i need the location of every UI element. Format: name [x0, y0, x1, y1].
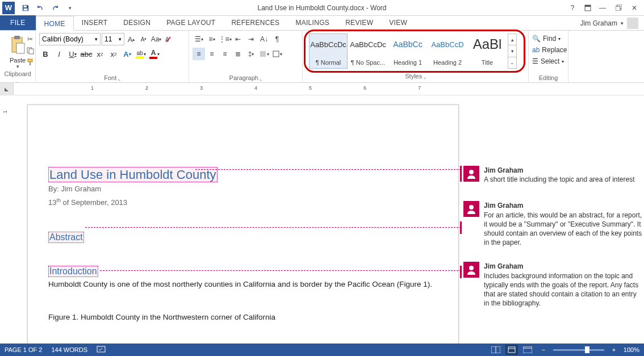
zoom-out-icon[interactable]: − — [537, 345, 550, 355]
clear-formatting-icon[interactable]: A — [163, 33, 174, 45]
grow-font-icon[interactable]: A▴ — [126, 33, 137, 45]
decrease-indent-icon[interactable]: ⇤ — [232, 33, 244, 45]
close-icon[interactable]: ✕ — [627, 2, 642, 14]
heading-introduction[interactable]: Introduction — [48, 266, 98, 277]
vertical-ruler[interactable]: 1 — [0, 97, 14, 344]
svg-rect-18 — [260, 51, 266, 57]
style-title[interactable]: AaBlTitle — [468, 33, 507, 69]
tab-page-layout[interactable]: PAGE LAYOUT — [158, 15, 223, 30]
signed-in-user[interactable]: Jim Graham▾ — [580, 18, 638, 29]
status-proofing-icon[interactable] — [97, 345, 106, 354]
undo-icon[interactable] — [34, 2, 47, 14]
user-name-label: Jim Graham — [580, 19, 617, 27]
svg-rect-11 — [14, 36, 20, 39]
save-icon[interactable] — [19, 2, 32, 14]
doc-title[interactable]: Land Use in Humboldt County — [48, 167, 218, 182]
style-normal[interactable]: AaBbCcDc¶ Normal — [309, 33, 348, 69]
justify-icon[interactable]: ≣ — [232, 48, 244, 60]
increase-indent-icon[interactable]: ⇥ — [245, 33, 257, 45]
tab-references[interactable]: REFERENCES — [223, 15, 287, 30]
page[interactable]: Land Use in Humboldt County By: Jim Grah… — [27, 104, 459, 344]
comment-leader-3 — [100, 270, 461, 271]
comment-1[interactable]: Jim GrahamA short title including the to… — [463, 166, 643, 184]
title-bar: W ▾ Land Use in Humboldt County.docx - W… — [0, 0, 644, 16]
cut-icon[interactable]: ✂ — [25, 34, 35, 44]
replace-button[interactable]: abReplace — [532, 44, 564, 56]
figure-caption[interactable]: Figure 1. Humboldt County in the Northwe… — [48, 313, 438, 321]
doc-byline[interactable]: By: Jim Graham — [48, 185, 438, 193]
group-font: Calibri (Body)▾ 11▾ A▴ A▾ Aa▾ A B I U▾ a… — [36, 31, 189, 82]
web-layout-icon[interactable] — [521, 345, 534, 355]
font-color-icon[interactable]: A▾ — [148, 48, 161, 60]
highlight-color-icon[interactable]: ab▾ — [135, 48, 147, 60]
svg-rect-9 — [616, 6, 620, 11]
tab-file[interactable]: FILE — [0, 15, 36, 30]
minimize-icon[interactable]: — — [595, 2, 610, 14]
paste-label: Paste — [10, 57, 26, 64]
align-right-icon[interactable]: ≡ — [219, 48, 231, 60]
styles-scroll[interactable]: ▴▾⌄ — [508, 33, 517, 69]
styles-row-up-icon[interactable]: ▴ — [508, 34, 516, 45]
print-layout-icon[interactable] — [505, 345, 518, 355]
styles-more-icon[interactable]: ⌄ — [508, 57, 516, 68]
strikethrough-button[interactable]: abc — [80, 48, 93, 60]
copy-icon[interactable] — [25, 45, 35, 56]
font-name-combo[interactable]: Calibri (Body)▾ — [39, 33, 101, 45]
zoom-in-icon[interactable]: + — [608, 345, 620, 355]
bold-button[interactable]: B — [39, 48, 52, 60]
body-paragraph[interactable]: Humboldt County is one of the most north… — [48, 279, 438, 290]
qat-customize-icon[interactable]: ▾ — [64, 2, 76, 14]
zoom-slider[interactable] — [553, 349, 604, 351]
text-effects-icon[interactable]: A▾ — [121, 48, 133, 60]
read-mode-icon[interactable] — [490, 345, 502, 355]
style-heading-1[interactable]: AaBbCcHeading 1 — [388, 33, 427, 69]
ribbon-display-options-icon[interactable] — [582, 2, 594, 14]
sort-icon[interactable]: A↓ — [258, 33, 270, 45]
style-no-spacing[interactable]: AaBbCcDc¶ No Spac... — [349, 33, 387, 69]
change-case-icon[interactable]: Aa▾ — [150, 33, 162, 45]
find-button[interactable]: 🔍Find▾ — [532, 33, 564, 44]
tab-home[interactable]: HOME — [36, 16, 74, 31]
format-painter-icon[interactable] — [25, 57, 35, 67]
underline-button[interactable]: U▾ — [66, 48, 79, 60]
redo-icon[interactable] — [49, 2, 61, 14]
zoom-thumb[interactable] — [585, 346, 589, 353]
bullets-icon[interactable]: ☰▾ — [193, 33, 205, 45]
align-center-icon[interactable]: ≡ — [206, 48, 218, 60]
tab-insert[interactable]: INSERT — [74, 15, 116, 30]
multilevel-list-icon[interactable]: ⋮≡▾ — [219, 33, 231, 45]
superscript-button[interactable]: x2 — [107, 48, 120, 60]
status-words[interactable]: 144 WORDS — [51, 346, 87, 353]
style-heading-2[interactable]: AaBbCcDHeading 2 — [428, 33, 467, 69]
subscript-button[interactable]: x2 — [94, 48, 106, 60]
horizontal-ruler[interactable]: 1 2 3 4 5 6 7 — [14, 83, 644, 95]
comment-3[interactable]: Jim GrahamIncludes background informatio… — [463, 262, 643, 308]
shrink-font-icon[interactable]: A▾ — [138, 33, 149, 45]
window-title: Land Use in Humboldt County.docx - Word — [258, 4, 387, 12]
doc-date[interactable]: 13th of September, 2013 — [48, 198, 438, 207]
status-page[interactable]: PAGE 1 OF 2 — [5, 346, 42, 353]
numbering-icon[interactable]: ≡▾ — [206, 33, 218, 45]
styles-row-down-icon[interactable]: ▾ — [508, 45, 516, 57]
group-label-editing: Editing — [532, 73, 564, 81]
zoom-level[interactable]: 100% — [624, 346, 639, 353]
line-spacing-icon[interactable]: ‡▾ — [245, 48, 257, 60]
show-marks-icon[interactable]: ¶ — [271, 33, 283, 45]
comment-avatar-icon — [463, 201, 479, 217]
comment-2[interactable]: Jim GrahamFor an article, this would be … — [463, 201, 643, 247]
help-icon[interactable]: ? — [567, 2, 578, 14]
shading-icon[interactable]: ▾ — [258, 48, 270, 60]
group-clipboard: Paste ▾ ✂ Clipboard — [0, 31, 36, 82]
select-button[interactable]: ☰Select▾ — [532, 56, 564, 67]
tab-review[interactable]: REVIEW — [337, 15, 381, 30]
restore-icon[interactable] — [611, 2, 626, 14]
tab-view[interactable]: VIEW — [381, 15, 415, 30]
tab-design[interactable]: DESIGN — [115, 15, 158, 30]
align-left-icon[interactable]: ≡ — [193, 48, 205, 60]
borders-icon[interactable]: ▾ — [271, 48, 283, 60]
tab-mailings[interactable]: MAILINGS — [287, 15, 337, 30]
heading-abstract[interactable]: Abstract — [48, 232, 84, 243]
font-size-combo[interactable]: 11▾ — [102, 33, 124, 45]
page-scroll[interactable]: Land Use in Humboldt County By: Jim Grah… — [14, 97, 644, 344]
italic-button[interactable]: I — [53, 48, 65, 60]
